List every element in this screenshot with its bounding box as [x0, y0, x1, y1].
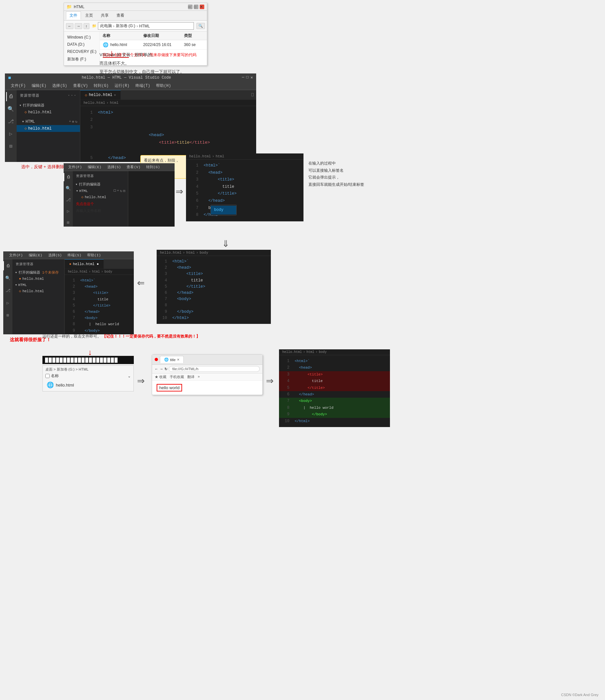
menu2-select[interactable]: 选择(S) — [105, 164, 124, 170]
new-folder-icon[interactable]: ⊕ — [72, 120, 74, 124]
sidebar-file-2[interactable]: ◇ hello.html — [73, 194, 128, 200]
browser-back[interactable]: ← — [155, 367, 158, 371]
explorer-icon-3[interactable]: ⎙ — [3, 261, 12, 270]
maximize-btn[interactable]: □ — [194, 5, 199, 9]
ribbon-tab-view[interactable]: 查看 — [113, 11, 128, 20]
menu3-edit[interactable]: 编辑(E) — [26, 252, 45, 258]
explorer-icon-2[interactable]: ⎙ — [63, 173, 73, 181]
split-editor[interactable]: ⎕ — [249, 93, 256, 97]
menu3-select[interactable]: 选择(S) — [46, 252, 64, 258]
sidebar-file-3[interactable]: ◇ hello.html — [12, 288, 64, 294]
search-icon-3[interactable]: 🔍 — [3, 274, 12, 283]
vscode-maximize[interactable]: □ — [246, 75, 249, 80]
menu-run[interactable]: 运行(R) — [112, 82, 132, 90]
editor-tab-3[interactable]: ● hello.html ● — [64, 259, 104, 269]
new-folder-icon-2[interactable]: + — [117, 189, 119, 193]
up-btn[interactable]: ↑ — [83, 23, 89, 29]
menu2-goto[interactable]: 转到(G) — [143, 164, 162, 170]
menu-help[interactable]: 帮助(H) — [153, 82, 174, 90]
git-icon[interactable]: ⎇ — [6, 117, 15, 126]
code-line-2r-3: 3 <title> — [186, 176, 304, 183]
search-icon-2[interactable]: 🔍 — [63, 184, 73, 193]
vscode-close[interactable]: ✕ — [251, 75, 253, 80]
code-line-2r-6: 6 </head> — [186, 198, 304, 205]
extensions-icon[interactable]: ⊞ — [6, 142, 15, 151]
close-btn[interactable]: ✕ — [200, 5, 204, 9]
sidebar-dotfile[interactable]: ● hello.html — [12, 276, 64, 282]
menu-edit[interactable]: 编辑(E) — [29, 82, 49, 90]
debug-icon[interactable]: ▷ — [6, 129, 15, 139]
ribbon-tab-home[interactable]: 主页 — [82, 11, 97, 20]
browser-tab[interactable]: 🌐 title ✕ — [160, 356, 184, 363]
extensions-icon-3[interactable]: ⊞ — [3, 311, 12, 320]
minimize-btn[interactable]: ─ — [188, 5, 192, 9]
sidebar-annotation: 选中，反键 + 选择删除 — [21, 164, 64, 169]
sort-icon[interactable]: ⌄ — [128, 374, 131, 378]
search-btn[interactable]: 🔍 — [196, 23, 205, 29]
sidebar-more-icon[interactable]: ··· — [68, 93, 77, 98]
open-editor-file[interactable]: ◇ hello.html — [17, 109, 80, 116]
ribbon-tab-file[interactable]: 文件 — [66, 11, 81, 20]
menu3-terminal[interactable]: 终端(S) — [65, 252, 84, 258]
open-editors-2[interactable]: ▾ 打开的编辑器 — [73, 181, 128, 188]
git-icon-3[interactable]: ⎇ — [3, 286, 12, 295]
breadcrumb-3left: hello.html › html › body — [64, 269, 134, 275]
bottom-file-row[interactable]: 🌐 hello.html — [45, 380, 131, 390]
menu2-file[interactable]: 文件(F) — [65, 164, 84, 170]
nav-recovery-e[interactable]: RECOVERY (E:) — [64, 48, 100, 55]
annotation-click: 先点击这个 — [73, 200, 128, 208]
open-editors-3[interactable]: ▾ 打开的编辑器 1个未保存 — [12, 269, 64, 276]
search-icon[interactable]: 🔍 — [6, 104, 15, 114]
autocomplete-body[interactable]: body — [211, 206, 236, 215]
folder-html[interactable]: ▾ HTML + ⊕ ↻ — [17, 118, 80, 125]
refresh-icon-2[interactable]: ↻ — [120, 189, 122, 193]
browser-url-bar[interactable]: file:///G:/HTML/h — [169, 366, 260, 372]
sidebar-file-hellohtml[interactable]: ◇ hello.html — [17, 125, 80, 132]
folder-html-2[interactable]: ▾ HTML □ + ↻ ⊟ — [73, 188, 128, 194]
folder-name: HTML — [25, 120, 35, 124]
tab-close-icon[interactable]: ✕ — [114, 93, 116, 97]
menu3-help[interactable]: 帮助(I) — [84, 252, 103, 258]
debug-icon-2[interactable]: ▷ — [63, 207, 73, 215]
nav-data-d[interactable]: DATA (D:) — [64, 41, 100, 48]
menu-select[interactable]: 选择(S) — [50, 82, 70, 90]
vscode-window-3left: 文件(F) 编辑(E) 选择(S) 终端(S) 帮助(I) ⎙ 🔍 ⎇ ▷ ⊞ … — [3, 251, 134, 334]
nav-newdrive-f[interactable]: 新加卷 (F:) — [64, 55, 100, 63]
bookmark-translate[interactable]: 翻译 — [187, 374, 194, 379]
browser-forward[interactable]: → — [160, 367, 163, 371]
editor-breadcrumb-1: hello.html › html — [80, 100, 256, 106]
breadcrumb-2right: hello.html › html — [186, 153, 304, 160]
menu-goto[interactable]: 转到(G) — [91, 82, 111, 90]
editor-tab-hello[interactable]: ◇ hello.html ✕ — [80, 90, 121, 100]
bookmark-more[interactable]: » — [198, 374, 200, 379]
menu2-edit[interactable]: 编辑(E) — [85, 164, 104, 170]
select-all-checkbox[interactable] — [45, 374, 50, 378]
folder-3[interactable]: ▾ HTML — [12, 282, 64, 288]
vscode-minimize[interactable]: ─ — [242, 75, 244, 80]
browser-tab-close[interactable]: ✕ — [177, 358, 180, 361]
new-file-icon[interactable]: + — [69, 120, 71, 124]
browser-refresh[interactable]: ↻ — [164, 367, 167, 371]
back-btn[interactable]: ← — [66, 23, 73, 29]
file-row-hellohtml[interactable]: 🌐 hello.html 2022/4/25 16:01 360 se — [100, 40, 207, 50]
open-editors-title[interactable]: ▾ 打开的编辑器 — [17, 102, 80, 109]
menu-view[interactable]: 查看(V) — [71, 82, 91, 90]
nav-windows-c[interactable]: Windows (C:) — [64, 34, 100, 41]
address-path[interactable]: 此电脑 › 新加卷 (G:) › HTML — [98, 22, 194, 30]
refresh-icon[interactable]: ↻ — [75, 120, 77, 124]
bookmark-favorites[interactable]: ★ 收藏 — [155, 374, 166, 379]
menu2-view[interactable]: 查看(V) — [124, 164, 143, 170]
extensions-icon-2[interactable]: ⊞ — [63, 219, 73, 227]
new-file-icon-2[interactable]: □ — [114, 189, 116, 193]
menu-file[interactable]: 文件(F) — [8, 82, 28, 90]
ribbon-tab-share[interactable]: 共享 — [97, 11, 112, 20]
collapse-icon-2[interactable]: ⊟ — [123, 189, 125, 193]
debug-icon-3[interactable]: ▷ — [3, 298, 12, 307]
git-icon-2[interactable]: ⎇ — [63, 196, 73, 204]
forward-btn[interactable]: → — [75, 23, 82, 29]
menu-terminal[interactable]: 终端(T) — [133, 82, 153, 90]
menu3-file[interactable]: 文件(F) — [6, 252, 25, 258]
nav-recovery-e-label: RECOVERY (E:) — [67, 49, 97, 54]
bookmark-mobile[interactable]: 手机收藏 — [170, 374, 184, 379]
explorer-icon[interactable]: ⎙ — [6, 92, 15, 101]
